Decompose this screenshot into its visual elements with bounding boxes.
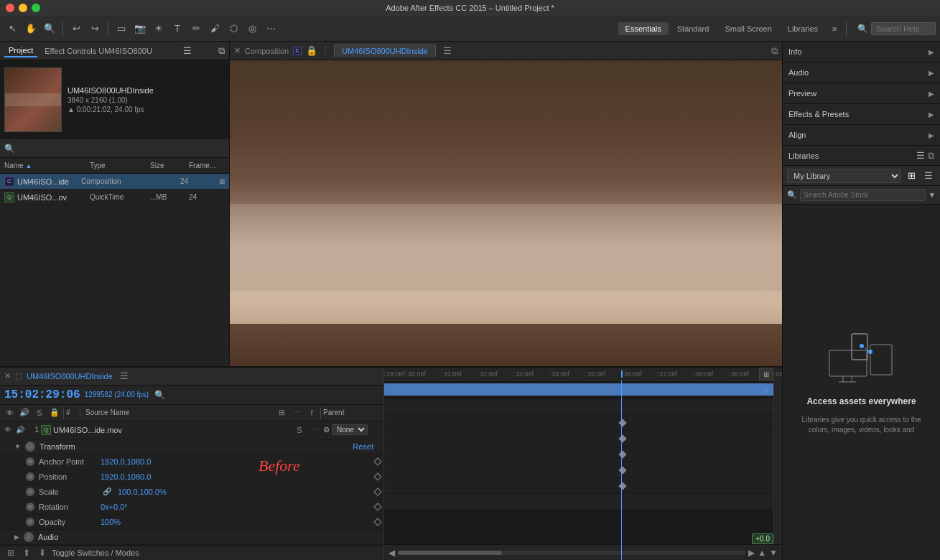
transform-bar-row bbox=[384, 399, 782, 415]
rotation-keyframe-btn[interactable] bbox=[373, 503, 381, 510]
tool-more[interactable]: ⋯ bbox=[263, 21, 279, 37]
info-section-header[interactable]: Info ▶ bbox=[783, 42, 940, 62]
tool-zoom[interactable]: 🔍 bbox=[42, 21, 57, 37]
timeline-close[interactable]: ✕ bbox=[4, 371, 11, 381]
layer-col-btn3[interactable]: f bbox=[305, 406, 318, 419]
tool-light[interactable]: ☀ bbox=[151, 21, 167, 37]
comp-type-label: Composition bbox=[245, 47, 289, 55]
close-button[interactable] bbox=[6, 4, 14, 12]
layer-motion-blur-toggle[interactable]: ⋯ bbox=[308, 424, 321, 437]
footer-btn2[interactable]: ⬆ bbox=[20, 546, 33, 559]
timeline-scrollbar-track[interactable] bbox=[398, 551, 745, 555]
timeline-ruler-menu[interactable]: ⊞ bbox=[759, 368, 773, 381]
tl-scroll-up[interactable]: ▲ bbox=[758, 548, 766, 558]
maximize-button[interactable] bbox=[32, 4, 40, 12]
position-keyframe-btn[interactable] bbox=[373, 472, 381, 480]
lib-grid-view[interactable]: ⊞ bbox=[904, 169, 918, 183]
workspace-small-screen[interactable]: Small Screen bbox=[717, 22, 778, 35]
tool-shape[interactable]: ⬡ bbox=[225, 21, 241, 37]
rotation-value[interactable]: 0x+0.0° bbox=[101, 503, 128, 511]
tool-undo[interactable]: ↩ bbox=[68, 21, 84, 37]
layer-audio-toggle[interactable]: 🔊 bbox=[15, 425, 25, 435]
effects-presets-header[interactable]: Effects & Presets ▶ bbox=[783, 104, 940, 124]
layer-visibility-btn[interactable]: 👁 bbox=[3, 425, 13, 435]
search-stock-dropdown[interactable]: ▼ bbox=[929, 191, 936, 199]
rotation-diamond[interactable] bbox=[618, 466, 626, 474]
file-row[interactable]: Q UM46ISO...ov QuickTime ...MB 24 bbox=[0, 190, 229, 205]
layer-lock-btn[interactable]: 🔒 bbox=[48, 406, 61, 419]
file-row[interactable]: C UM46ISO...ide Composition 24 ⊞ bbox=[0, 174, 229, 190]
timeline-search-btn[interactable]: 🔍 bbox=[153, 388, 166, 401]
timeline-footer: ⊞ ⬆ ⬇ Toggle Switches / Modes bbox=[0, 545, 383, 560]
libraries-menu-icon[interactable]: ☰ bbox=[916, 150, 925, 161]
anchor-diamond[interactable] bbox=[618, 419, 626, 426]
workspace-libraries[interactable]: Libraries bbox=[781, 22, 825, 35]
tool-clip[interactable]: ▭ bbox=[113, 21, 129, 37]
ruler-mark-8: 37:06f bbox=[657, 370, 693, 378]
timeline-timecode[interactable]: 15:02:29:06 bbox=[4, 388, 80, 401]
effects-expand: ▶ bbox=[929, 111, 934, 118]
search-stock-input[interactable] bbox=[800, 189, 926, 201]
timeline-add-btn[interactable]: + bbox=[759, 381, 773, 399]
panel-menu-button[interactable]: ☰ bbox=[183, 45, 192, 56]
toggle-switches-btn[interactable]: ⊞ bbox=[4, 546, 17, 559]
timeline-menu-icon[interactable]: ☰ bbox=[120, 370, 129, 381]
tool-mask[interactable]: ◎ bbox=[244, 21, 260, 37]
anchor-point-value[interactable]: 1920.0,1080.0 bbox=[101, 457, 151, 466]
tl-scroll-left[interactable]: ◀ bbox=[388, 548, 395, 558]
scale-value[interactable]: 100.0,100.0% bbox=[118, 487, 167, 496]
tool-cam[interactable]: 📷 bbox=[132, 21, 148, 37]
libraries-expand[interactable]: ⧉ bbox=[928, 150, 934, 162]
tl-scroll-right[interactable]: ▶ bbox=[748, 548, 755, 558]
audio-collapse-arrow[interactable]: ▶ bbox=[14, 533, 19, 541]
tool-redo[interactable]: ↪ bbox=[87, 21, 103, 37]
timeline-right-scrollbar[interactable] bbox=[773, 381, 782, 560]
audio-section-header[interactable]: Audio ▶ bbox=[783, 62, 940, 83]
layer-eye-btn[interactable]: 👁 bbox=[3, 406, 16, 419]
layer-col-btn1[interactable]: ⊞ bbox=[275, 406, 288, 419]
transform-reset-btn[interactable]: Reset bbox=[353, 442, 373, 451]
layer-solo-toggle[interactable]: S bbox=[293, 424, 306, 437]
opacity-keyframe-btn[interactable] bbox=[373, 518, 381, 526]
tool-hand[interactable]: ✋ bbox=[23, 21, 39, 37]
tool-paint[interactable]: 🖌 bbox=[207, 21, 223, 37]
libraries-tagline: Access assets everywhere bbox=[806, 396, 916, 406]
tab-effect-controls[interactable]: Effect Controls UM46ISO800U bbox=[40, 45, 157, 57]
libraries-toolbar: My Library ⊞ ☰ bbox=[783, 166, 940, 186]
scale-diamond[interactable] bbox=[618, 450, 626, 458]
timeline-scrollbar-thumb[interactable] bbox=[398, 551, 502, 555]
layer-solo-btn[interactable]: S bbox=[33, 406, 46, 419]
opacity-value[interactable]: 100% bbox=[101, 518, 121, 526]
layer-audio-btn[interactable]: 🔊 bbox=[18, 406, 31, 419]
project-search-input[interactable] bbox=[18, 139, 225, 158]
position-diamond[interactable] bbox=[618, 434, 626, 442]
tool-pen[interactable]: ✏ bbox=[188, 21, 204, 37]
workspace-essentials[interactable]: Essentials bbox=[618, 22, 669, 35]
position-value[interactable]: 1920.0,1080.0 bbox=[101, 472, 151, 481]
comp-tab-menu[interactable]: ☰ bbox=[443, 45, 452, 56]
scale-keyframe-btn[interactable] bbox=[373, 487, 381, 495]
tl-scroll-down[interactable]: ▼ bbox=[769, 548, 778, 558]
search-help-input[interactable] bbox=[871, 22, 936, 35]
library-selector[interactable]: My Library bbox=[787, 169, 901, 183]
layer-col-btn2[interactable]: ⋯ bbox=[290, 406, 303, 419]
panel-expand-button[interactable]: ⧉ bbox=[218, 45, 225, 57]
footer-btn3[interactable]: ⬇ bbox=[36, 546, 49, 559]
minimize-button[interactable] bbox=[19, 4, 27, 12]
transform-collapse-arrow[interactable]: ▼ bbox=[14, 443, 21, 450]
preview-section-header[interactable]: Preview ▶ bbox=[783, 83, 940, 103]
opacity-diamond[interactable] bbox=[618, 482, 626, 490]
align-section-header[interactable]: Align ▶ bbox=[783, 125, 940, 145]
comp-title-tab[interactable]: UM46ISO800UHDInside bbox=[334, 45, 436, 57]
comp-panel-close[interactable]: ✕ bbox=[234, 46, 241, 55]
tab-project[interactable]: Project bbox=[4, 45, 37, 57]
workspace-more[interactable]: » bbox=[827, 21, 842, 37]
lib-list-view[interactable]: ☰ bbox=[921, 169, 936, 183]
tool-select[interactable]: ↖ bbox=[4, 21, 20, 37]
comp-expand[interactable]: ⧉ bbox=[771, 45, 778, 57]
workspace-standard[interactable]: Standard bbox=[670, 22, 717, 35]
anchor-keyframe-btn[interactable] bbox=[373, 457, 381, 465]
tool-text[interactable]: T bbox=[169, 21, 185, 37]
layer-parent-selector[interactable]: None bbox=[332, 424, 368, 435]
col-name-header: Name ▲ bbox=[4, 162, 87, 169]
